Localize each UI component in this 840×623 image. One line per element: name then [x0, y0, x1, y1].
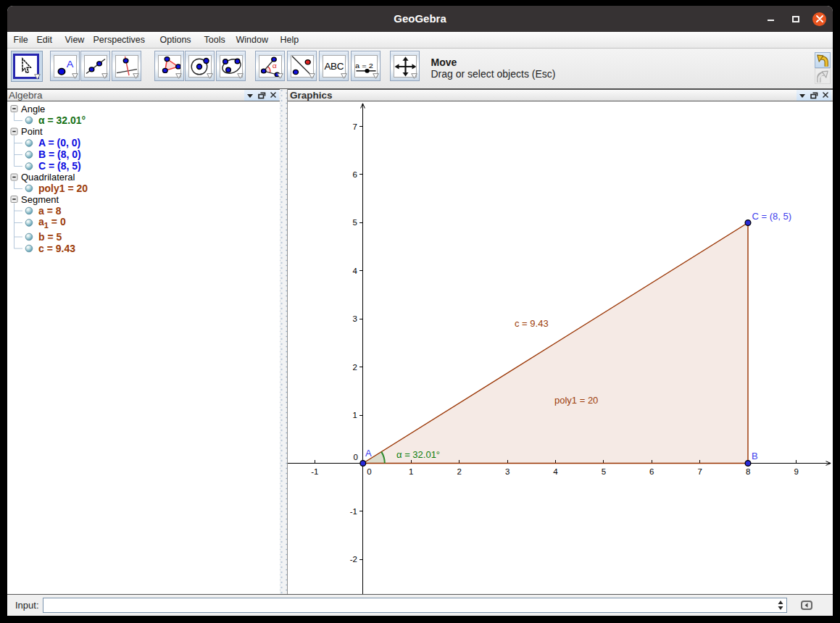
svg-text:9: 9: [794, 467, 798, 476]
svg-text:B = (8, 0): B = (8, 0): [38, 149, 81, 160]
svg-text:c = 9.43: c = 9.43: [38, 243, 75, 254]
svg-text:a = 8: a = 8: [38, 205, 62, 217]
svg-text:ABC: ABC: [325, 62, 344, 72]
svg-text:2: 2: [457, 467, 461, 476]
svg-text:0: 0: [354, 453, 358, 461]
svg-text:2: 2: [353, 363, 357, 372]
svg-text:3: 3: [505, 467, 510, 476]
svg-text:A: A: [67, 58, 74, 69]
svg-text:3: 3: [353, 314, 357, 323]
svg-text:8: 8: [746, 467, 750, 476]
svg-text:4: 4: [553, 467, 558, 476]
svg-text:A = (0, 0): A = (0, 0): [38, 137, 80, 149]
svg-text:A: A: [365, 448, 372, 459]
svg-text:b = 5: b = 5: [38, 231, 62, 243]
svg-text:1: 1: [409, 467, 413, 476]
svg-text:C = (8, 5): C = (8, 5): [38, 160, 81, 172]
svg-text:Segment: Segment: [21, 194, 59, 205]
svg-text:Angle: Angle: [21, 104, 45, 114]
svg-text:α: α: [273, 62, 277, 70]
svg-text:6: 6: [353, 170, 357, 179]
svg-text:c = 9.43: c = 9.43: [515, 318, 549, 329]
svg-text:7: 7: [353, 122, 357, 131]
svg-text:Quadrilateral: Quadrilateral: [21, 172, 75, 183]
svg-text:α = 32.01°: α = 32.01°: [38, 114, 86, 126]
svg-text:poly1 = 20: poly1 = 20: [554, 395, 598, 406]
svg-text:0: 0: [367, 467, 371, 476]
svg-text:6: 6: [649, 467, 654, 476]
svg-text:a1 = 0: a1 = 0: [38, 216, 66, 230]
svg-text:α = 32.01°: α = 32.01°: [396, 449, 440, 460]
svg-text:7: 7: [697, 467, 702, 476]
svg-text:5: 5: [602, 467, 606, 476]
svg-text:4: 4: [353, 267, 358, 275]
svg-text:C = (8, 5): C = (8, 5): [752, 211, 792, 222]
svg-text:poly1 = 20: poly1 = 20: [38, 183, 88, 194]
svg-text:-2: -2: [350, 555, 357, 564]
svg-text:Point: Point: [21, 126, 43, 137]
svg-text:B: B: [752, 451, 758, 461]
svg-text:-1: -1: [350, 507, 357, 516]
svg-text:-1: -1: [311, 467, 318, 476]
svg-text:1: 1: [353, 411, 357, 419]
svg-text:a = 2: a = 2: [355, 62, 373, 70]
svg-text:5: 5: [353, 218, 357, 227]
